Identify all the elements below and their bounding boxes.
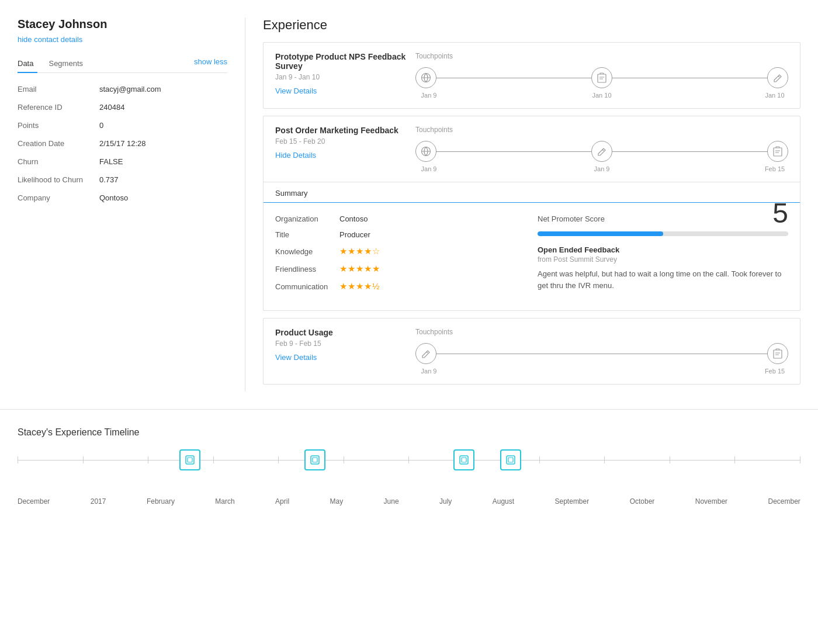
experience-card-1: Prototype Product NPS Feedback Survey Ja… [263,42,800,109]
pencil-icon-3 [415,343,436,364]
tp-line-2b [612,151,767,152]
timeline-node-1 [179,449,200,470]
card-1-header: Prototype Product NPS Feedback Survey Ja… [264,43,800,108]
card-3-right: Touchpoints [415,328,788,375]
card-2-left: Post Order Marketing Feedback Feb 15 - F… [275,126,415,160]
nps-bar [538,231,788,236]
pencil-icon-2 [591,141,612,162]
label-email: Email [18,85,99,94]
card-3-action-link[interactable]: View Details [275,353,317,362]
summary-label-friendliness: Friendliness [275,265,339,273]
globe-icon-1 [415,67,436,88]
card-2-right: Touchpoints [415,126,788,172]
summary-label-title: Title [275,230,339,239]
svg-rect-3 [774,148,782,156]
value-creation-date: 2/15/17 12:28 [99,139,146,148]
show-less-button[interactable]: show less [194,57,227,71]
label-reference-id: Reference ID [18,103,99,112]
tab-data[interactable]: Data [18,56,39,72]
timeline-label-mar: March [215,497,234,505]
clipboard-icon-2 [767,141,788,162]
timeline-label-aug: August [493,497,514,505]
card-3-header: Product Usage Feb 9 - Feb 15 View Detail… [264,318,800,384]
tick-3 [148,456,148,463]
tp-node-clipboard-1 [591,67,612,88]
svg-rect-12 [508,458,513,462]
data-row-reference-id: Reference ID 240484 [18,98,227,116]
svg-rect-1 [598,74,606,82]
tick-5 [278,456,279,463]
timeline-label-jun: June [384,497,399,505]
tp-node-clipboard-2 [767,141,788,162]
nps-title: Net Promoter Score [538,214,605,223]
contact-data-table: Email stacyj@gmail.com Reference ID 2404… [18,80,227,207]
globe-icon-2 [415,141,436,162]
timeline-label-2017: 2017 [91,497,106,505]
tick-1 [18,456,18,463]
timeline-labels: December 2017 February March April May J… [18,497,800,505]
tp-node-globe-1 [415,67,436,88]
tp-date-1c: Jan 10 [761,92,788,99]
summary-value-org: Contoso [339,214,368,223]
summary-row-friendliness: Friendliness ★★★★★ [275,264,526,274]
card-2-date: Feb 15 - Feb 20 [275,137,415,146]
open-ended-title: Open Ended Feedback [538,245,788,254]
timeline-label-nov: November [695,497,727,505]
label-likelihood-to-churn: Likelihood to Churn [18,175,99,184]
card-2-touchpoints-label: Touchpoints [415,126,788,134]
card-3-name: Product Usage [275,328,415,337]
data-row-email: Email stacyj@gmail.com [18,80,227,98]
summary-content: Organization Contoso Title Producer Know… [264,203,800,310]
card-3-date: Feb 9 - Feb 15 [275,340,415,348]
timeline-node-4 [500,449,521,470]
clipboard-icon-3 [767,343,788,364]
summary-row-communication: Communication ★★★★½ [275,281,526,292]
tp-line-1a [436,78,591,78]
tabs-row: Data Segments show less [18,56,227,73]
pencil-icon-1 [767,67,788,88]
tp-date-2a: Jan 9 [415,165,442,172]
summary-tab-label[interactable]: Summary [275,189,308,202]
card-2-touchpoints-timeline [415,141,788,162]
summary-value-title: Producer [339,230,370,239]
svg-rect-11 [507,456,515,464]
timeline-node-2 [304,449,325,470]
card-2-tp-dates: Jan 9 Jan 9 Feb 15 [415,165,788,172]
tp-node-pencil-3 [415,343,436,364]
value-churn: FALSE [99,157,123,166]
tp-node-pencil-1 [767,67,788,88]
summary-label-org: Organization [275,214,339,223]
card-1-name: Prototype Product NPS Feedback Survey [275,52,415,71]
knowledge-stars: ★★★★☆ [339,246,380,257]
open-ended-source: from Post Summit Survey [538,255,788,264]
timeline-label-oct: October [630,497,655,505]
data-row-creation-date: Creation Date 2/15/17 12:28 [18,134,227,153]
timeline-ticks [18,456,800,463]
card-2-expanded: Summary Organization Contoso Title Produ… [264,182,800,310]
label-company: Company [18,193,99,202]
summary-row-title: Title Producer [275,230,526,239]
card-2-action-link[interactable]: Hide Details [275,151,316,160]
timeline-label-jul: July [439,497,452,505]
tp-date-1b: Jan 10 [588,92,615,99]
timeline-title: Stacey's Experience Timeline [18,427,800,438]
timeline-node-icon-4 [500,449,521,470]
timeline-node-icon-1 [179,449,200,470]
hide-contact-link[interactable]: hide contact details [18,35,82,44]
timeline-node-icon-2 [304,449,325,470]
tick-6 [344,456,344,463]
svg-rect-9 [460,456,468,464]
card-1-date: Jan 9 - Jan 10 [275,73,415,81]
value-reference-id: 240484 [99,103,124,112]
communication-stars: ★★★★½ [339,281,380,292]
timeline-node-icon-3 [453,449,474,470]
tp-date-2b: Jan 9 [588,165,615,172]
timeline-label-sep: September [555,497,590,505]
tab-segments[interactable]: Segments [48,56,89,72]
data-row-points: Points 0 [18,116,227,134]
svg-rect-6 [188,458,192,462]
card-2-header: Post Order Marketing Feedback Feb 15 - F… [264,116,800,182]
tp-date-2c: Feb 15 [761,165,788,172]
card-1-action-link[interactable]: View Details [275,86,317,95]
contact-name: Stacey Johnson [18,18,227,31]
